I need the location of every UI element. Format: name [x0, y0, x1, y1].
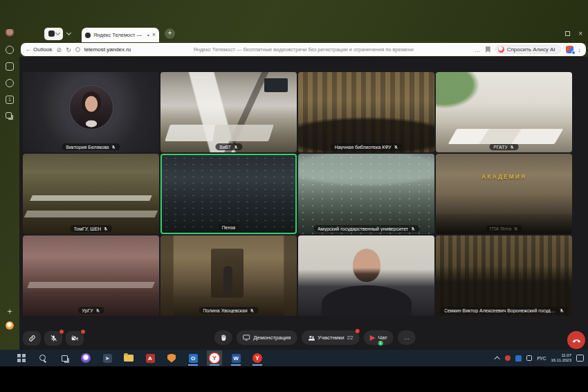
task-view-taskbar-icon[interactable]	[57, 350, 72, 366]
word-taskbar-icon[interactable]: W	[228, 350, 244, 366]
participant-tile[interactable]: Амурский государственный университет	[298, 154, 434, 234]
sidebar-add-icon[interactable]: +	[6, 308, 14, 316]
participant-tile[interactable]: АКАДЕМИЯГПА Ялта	[436, 154, 572, 234]
alice-orb-icon[interactable]	[6, 321, 14, 330]
end-call-button[interactable]	[567, 331, 585, 349]
participant-tile[interactable]: Семкин Виктор Алексеевич Воронежский гос…	[436, 235, 572, 316]
file-explorer-icon	[124, 355, 134, 362]
participant-name-pill: Амурский государственный университет	[313, 225, 419, 232]
back-arrow-icon: ←	[26, 46, 31, 53]
outlook-taskbar-icon[interactable]: O	[185, 350, 201, 366]
mic-toggle-button[interactable]	[44, 331, 62, 346]
participant-name: ТомГУ, ШЕН	[74, 226, 102, 231]
participants-label: Участники	[318, 335, 344, 341]
participant-name: Пенза	[222, 225, 236, 230]
muted-mic-icon	[510, 145, 515, 150]
downloads-icon[interactable]: ↓	[578, 46, 582, 53]
yandex-browser-taskbar-icon[interactable]: Y	[207, 350, 222, 366]
copy-link-button[interactable]	[23, 331, 41, 346]
back-label: Outlook	[33, 46, 53, 53]
tab-telemost[interactable]: Яндекс Телемост — • ×	[82, 28, 159, 42]
chat-button[interactable]: 2 Чат	[363, 330, 393, 345]
participants-count: 22	[347, 335, 353, 341]
home-icon	[48, 30, 55, 37]
tab-title: Яндекс Телемост —	[93, 32, 145, 38]
participant-tile[interactable]: Научная библиотека КФУ	[298, 72, 434, 152]
participant-name: УрГУ	[82, 308, 93, 313]
tab-counter-icon[interactable]: 1	[6, 96, 14, 104]
share-screen-button[interactable]: Демонстрация	[237, 330, 297, 345]
participant-tile[interactable]: Виктория Белякова	[23, 72, 159, 152]
participant-tile[interactable]: ТомГУ, ШЕН	[23, 154, 159, 234]
participant-name: ВиВТ	[219, 145, 231, 150]
letterbox-bottom	[0, 366, 588, 392]
alice-app-taskbar-icon[interactable]	[78, 350, 93, 366]
video-grid: Виктория БеляковаВиВТНаучная библиотека …	[23, 72, 572, 316]
home-button[interactable]	[44, 28, 63, 40]
bookmarks-icon[interactable]	[6, 62, 14, 71]
address-bar[interactable]: ← Outlook ⊘ ↻ telemost.yandex.ru Яндекс …	[21, 43, 586, 56]
windows-start-icon	[17, 354, 26, 362]
tray-blue-icon[interactable]	[515, 355, 522, 362]
ask-alice-button[interactable]: Спросить Алису AI	[495, 45, 561, 54]
more-options-button[interactable]: …	[398, 330, 416, 345]
profile-avatar[interactable]	[6, 29, 14, 37]
participant-tile[interactable]: ВиВТ	[160, 72, 297, 152]
clock-time: 11:07	[561, 353, 571, 357]
search-taskbar-icon[interactable]	[35, 350, 50, 366]
services-icon[interactable]	[6, 79, 14, 87]
participant-name: Научная библиотека КФУ	[334, 145, 391, 150]
defender-taskbar-icon[interactable]	[164, 350, 179, 366]
blocker-icon[interactable]: ⊘	[57, 46, 62, 53]
tray-expand-icon[interactable]	[495, 356, 500, 362]
participant-tile[interactable]: Полина Хвоцевская	[160, 235, 297, 316]
participant-avatar	[70, 86, 113, 129]
keyboard-language[interactable]: РУС	[537, 356, 546, 361]
taskbar-clock[interactable]: 11:07 16.11.2023	[551, 353, 571, 363]
close-window-icon[interactable]: ×	[578, 30, 582, 37]
history-icon[interactable]	[6, 46, 14, 54]
extension-icon[interactable]	[566, 46, 573, 53]
acrobat-taskbar-icon[interactable]: A	[143, 350, 158, 366]
participant-tile[interactable]: УрГУ	[23, 235, 159, 316]
camera-toggle-button[interactable]	[66, 331, 84, 346]
search-icon	[39, 354, 47, 362]
scene-text: АКАДЕМИЯ	[481, 173, 526, 180]
taskbar-apps: ➤AOYWY	[0, 350, 265, 366]
tray-network-icon[interactable]	[526, 355, 532, 361]
browser-sidebar: 1 +	[0, 25, 19, 350]
participant-name-pill: ВиВТ	[215, 143, 242, 150]
muted-mic-icon	[410, 226, 415, 231]
tray-red-icon[interactable]	[505, 355, 511, 361]
more-actions-icon[interactable]: …	[475, 46, 481, 53]
muted-mic-icon	[233, 145, 238, 150]
reload-icon[interactable]: ↻	[66, 46, 71, 53]
tab-close-icon[interactable]: ×	[152, 32, 156, 38]
windows-start-taskbar-icon[interactable]	[14, 350, 29, 366]
participant-tile[interactable]: Пенза	[160, 154, 297, 234]
tabs-chevron-icon[interactable]	[66, 30, 71, 35]
new-tab-button[interactable]: +	[165, 28, 175, 39]
meeting-content: Виктория БеляковаВиВТНаучная библиотека …	[19, 57, 588, 350]
participants-button[interactable]: Участники 22	[301, 330, 359, 345]
muted-mic-icon	[513, 226, 518, 231]
participant-name-pill: ИГИ	[354, 307, 379, 314]
notification-center-icon[interactable]	[576, 355, 584, 362]
raise-hand-button[interactable]	[214, 330, 232, 345]
file-explorer-taskbar-icon[interactable]	[121, 350, 136, 366]
link-icon	[28, 335, 36, 342]
tab-groups-icon[interactable]	[6, 112, 12, 118]
url-text[interactable]: telemost.yandex.ru	[84, 46, 131, 53]
site-security-icon[interactable]	[75, 47, 80, 52]
back-to-outlook-chip[interactable]: ← Outlook	[26, 46, 53, 53]
desktop-screenshot: 1 + Яндекс Телемост — • × + × ← Outlook	[0, 0, 588, 392]
pointer-app-taskbar-icon[interactable]: ➤	[100, 350, 115, 366]
participants-alert-badge	[355, 329, 359, 333]
bookmark-flag-icon[interactable]	[486, 46, 490, 53]
page-title: Яндекс Телемост — бесплатные видеовстреч…	[193, 46, 413, 53]
restore-window-icon[interactable]	[565, 31, 570, 36]
participant-name-pill: РГАТУ	[489, 143, 519, 150]
participant-tile[interactable]: РГАТУ	[436, 72, 572, 152]
yandex-app-taskbar-icon[interactable]: Y	[250, 350, 265, 366]
participant-tile[interactable]: ИГИ	[298, 235, 434, 316]
